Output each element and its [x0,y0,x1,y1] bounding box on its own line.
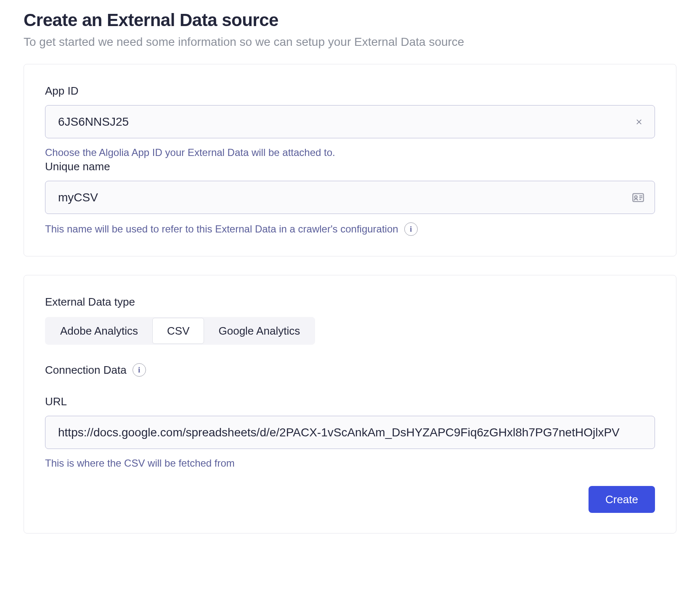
unique-name-help: This name will be used to refer to this … [45,223,398,235]
close-icon [635,118,643,126]
type-option-csv[interactable]: CSV [152,318,204,344]
url-help: This is where the CSV will be fetched fr… [45,457,655,469]
app-id-help: Choose the Algolia App ID your External … [45,147,655,158]
create-button[interactable]: Create [589,486,655,513]
card-basic-info: App ID Choose the Algolia App ID your Ex… [24,64,676,256]
page-subtitle: To get started we need some information … [24,35,676,49]
unique-name-label: Unique name [45,160,655,173]
svg-point-1 [635,195,637,198]
info-icon[interactable]: i [133,363,146,377]
card-data-type: External Data type Adobe Analytics CSV G… [24,275,676,533]
app-id-input[interactable] [45,105,655,138]
unique-name-input[interactable] [45,181,655,214]
type-segmented-control: Adobe Analytics CSV Google Analytics [45,317,315,345]
info-icon[interactable]: i [404,222,418,236]
url-label: URL [45,395,655,408]
app-id-label: App ID [45,84,655,98]
url-input[interactable] [45,416,655,449]
clear-app-id-button[interactable] [633,116,645,128]
page-title: Create an External Data source [24,10,676,30]
type-option-google-analytics[interactable]: Google Analytics [204,318,314,344]
id-card-icon [631,191,645,204]
type-label: External Data type [45,296,655,309]
connection-label: Connection Data [45,364,127,377]
type-option-adobe-analytics[interactable]: Adobe Analytics [46,318,152,344]
